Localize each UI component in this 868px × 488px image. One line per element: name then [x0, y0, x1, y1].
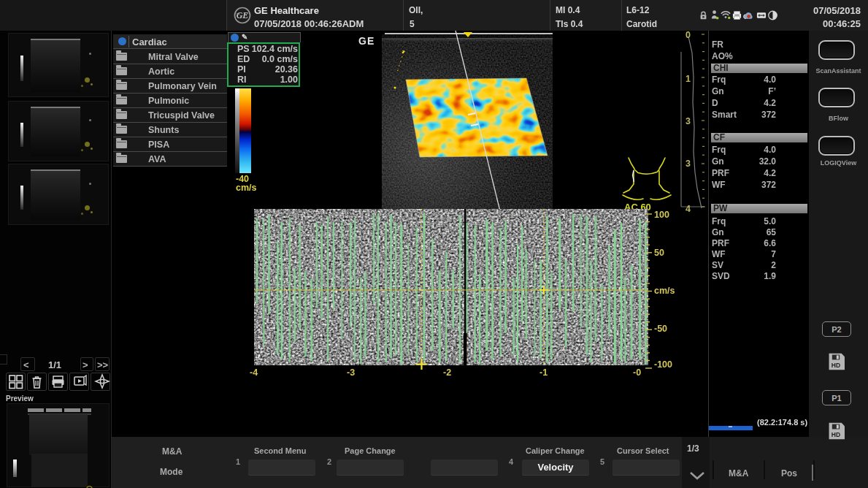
svg-text:HD: HD [831, 362, 840, 369]
svg-text:GE: GE [237, 10, 249, 20]
svg-text:HD: HD [831, 431, 840, 438]
